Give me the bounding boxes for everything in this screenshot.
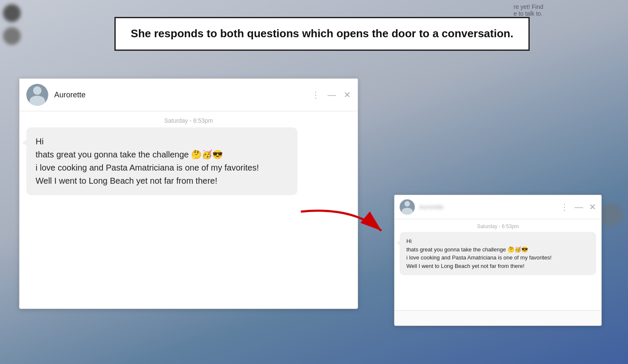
more-options-icon-sm[interactable]: ⋮ bbox=[560, 203, 569, 211]
chat-header-main: Aurorette ⋮ — ✕ bbox=[19, 79, 358, 111]
chat-body-main: Hi thats great you gonna take the challe… bbox=[19, 127, 358, 309]
message-bubble-main: Hi thats great you gonna take the challe… bbox=[26, 127, 297, 195]
chat-body-secondary: Hi thats great you gonna take the challe… bbox=[395, 232, 601, 310]
chat-window-secondary: Aurorette ⋮ — ✕ Saturday - 6:53pm Hi tha… bbox=[394, 195, 602, 326]
message-line2: i love cooking and Pasta Amatriciana is … bbox=[36, 161, 288, 174]
minimize-icon-sm[interactable]: — bbox=[575, 203, 583, 211]
avatar-1 bbox=[3, 4, 21, 22]
avatar-image-main bbox=[26, 84, 48, 106]
right-avatar bbox=[600, 203, 623, 226]
message-bubble-secondary: Hi thats great you gonna take the challe… bbox=[400, 232, 596, 275]
sec-message-line2: i love cooking and Pasta Amatriciana is … bbox=[406, 254, 589, 262]
chat-name-secondary: Aurorette bbox=[419, 204, 560, 210]
chat-timestamp-main: Saturday - 6:53pm bbox=[19, 111, 358, 127]
sec-message-greeting: Hi bbox=[406, 237, 589, 245]
top-right-partial-text: re yet! Find e to talk to. bbox=[514, 3, 543, 17]
chat-avatar-secondary bbox=[400, 199, 415, 215]
message-greeting: Hi bbox=[36, 135, 288, 148]
message-line3: Well I went to Long Beach yet not far fr… bbox=[36, 174, 288, 188]
chat-name-main: Aurorette bbox=[54, 91, 311, 99]
chat-avatar-main bbox=[26, 84, 48, 106]
annotation-box: She responds to both questions which ope… bbox=[114, 17, 530, 51]
chat-header-icons-secondary[interactable]: ⋮ — ✕ bbox=[560, 203, 596, 211]
chat-timestamp-secondary: Saturday - 6:53pm bbox=[395, 219, 601, 232]
close-icon-sm[interactable]: ✕ bbox=[589, 203, 596, 211]
avatar-2 bbox=[3, 27, 21, 45]
minimize-icon[interactable]: — bbox=[328, 91, 336, 99]
chat-header-secondary: Aurorette ⋮ — ✕ bbox=[395, 195, 601, 219]
annotation-text: She responds to both questions which ope… bbox=[131, 27, 514, 40]
close-icon[interactable]: ✕ bbox=[344, 91, 351, 99]
chat-input-area-secondary[interactable] bbox=[395, 310, 601, 325]
message-line1: thats great you gonna take the challenge… bbox=[36, 148, 288, 161]
chat-header-icons-main[interactable]: ⋮ — ✕ bbox=[311, 91, 351, 99]
sec-message-line1: thats great you gonna take the challenge… bbox=[406, 245, 589, 254]
more-options-icon[interactable]: ⋮ bbox=[311, 91, 320, 99]
chat-window-main: Aurorette ⋮ — ✕ Saturday - 6:53pm Hi tha… bbox=[19, 78, 358, 309]
sec-message-line3: Well I went to Long Beach yet not far fr… bbox=[406, 262, 589, 270]
